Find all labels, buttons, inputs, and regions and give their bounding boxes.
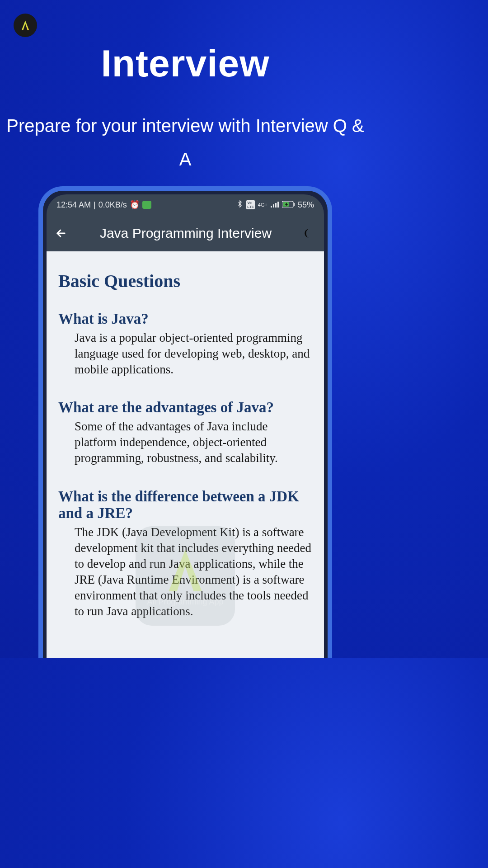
status-bar-right: VoLTE 4G+ 55% bbox=[237, 200, 314, 210]
status-time: 12:54 AM bbox=[56, 200, 91, 210]
svg-rect-3 bbox=[277, 202, 279, 208]
question-text: What are the advantages of Java? bbox=[58, 399, 312, 416]
svg-rect-2 bbox=[275, 203, 277, 208]
status-app-icon bbox=[142, 201, 151, 209]
svg-rect-1 bbox=[273, 204, 274, 208]
theme-toggle-button[interactable] bbox=[302, 226, 316, 240]
section-heading: Basic Questions bbox=[58, 270, 312, 292]
answer-text: Java is a popular object-oriented progra… bbox=[58, 330, 312, 377]
qa-item: What is Java? Java is a popular object-o… bbox=[58, 311, 312, 377]
app-bar: Java Programming Interview bbox=[47, 215, 324, 251]
status-separator: | bbox=[94, 200, 96, 210]
status-bar-left: 12:54 AM | 0.0KB/s ⏰ bbox=[56, 200, 151, 210]
content-area[interactable]: Basic Questions What is Java? Java is a … bbox=[47, 251, 324, 658]
back-arrow-icon bbox=[55, 227, 67, 240]
phone-frame: 12:54 AM | 0.0KB/s ⏰ VoLTE 4G+ bbox=[38, 186, 332, 658]
battery-percent: 55% bbox=[298, 200, 314, 210]
battery-icon bbox=[282, 200, 295, 210]
phone-mockup: 12:54 AM | 0.0KB/s ⏰ VoLTE 4G+ bbox=[38, 186, 332, 658]
moon-icon bbox=[303, 227, 315, 239]
volte-icon: VoLTE bbox=[246, 200, 255, 209]
back-button[interactable] bbox=[55, 227, 69, 240]
bluetooth-icon bbox=[237, 200, 243, 210]
phone-screen: 12:54 AM | 0.0KB/s ⏰ VoLTE 4G+ bbox=[47, 194, 324, 658]
svg-rect-0 bbox=[271, 206, 272, 208]
answer-text: The JDK (Java Development Kit) is a soft… bbox=[58, 524, 312, 620]
promo-subtitle: Prepare for your interview with Intervie… bbox=[0, 109, 371, 176]
network-type: 4G+ bbox=[258, 202, 267, 208]
page-title: Java Programming Interview bbox=[78, 226, 293, 241]
status-data-rate: 0.0KB/s bbox=[99, 200, 127, 210]
status-bar: 12:54 AM | 0.0KB/s ⏰ VoLTE 4G+ bbox=[47, 194, 324, 215]
answer-text: Some of the advantages of Java include p… bbox=[58, 419, 312, 466]
question-text: What is the difference between a JDK and… bbox=[58, 488, 312, 522]
promo-title: Interview bbox=[0, 42, 371, 85]
svg-rect-6 bbox=[294, 203, 295, 206]
qa-item: What is the difference between a JDK and… bbox=[58, 488, 312, 620]
signal-icon bbox=[271, 200, 279, 210]
alarm-icon: ⏰ bbox=[130, 200, 140, 210]
logo-a-icon bbox=[19, 19, 32, 32]
qa-item: What are the advantages of Java? Some of… bbox=[58, 399, 312, 466]
question-text: What is Java? bbox=[58, 311, 312, 327]
app-logo-badge bbox=[14, 14, 37, 37]
